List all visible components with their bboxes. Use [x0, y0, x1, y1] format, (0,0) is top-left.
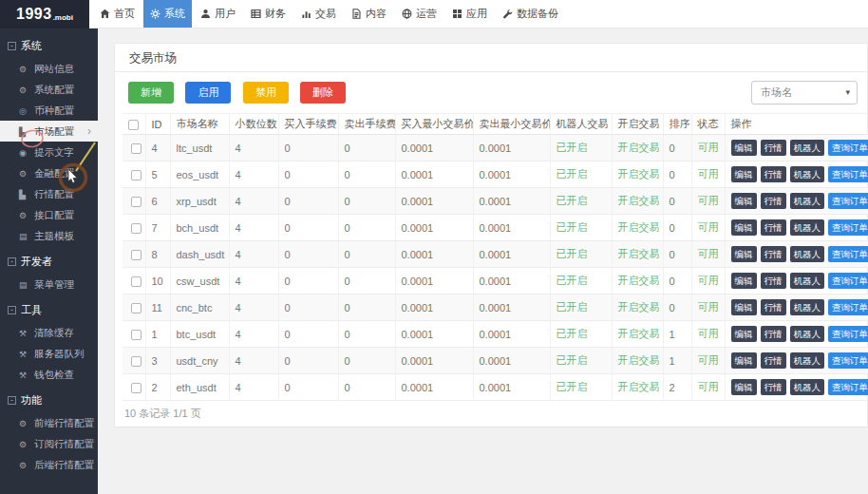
table-row: 8dash_usdt4000.00010.0001已开启开启交易0可用编辑行情机…: [123, 241, 868, 268]
query-order-button[interactable]: 查询订单: [828, 140, 868, 156]
sidebar-section-system[interactable]: - 系统: [0, 34, 98, 58]
query-order-button[interactable]: 查询订单: [828, 166, 868, 182]
market-quote-button[interactable]: 行情: [761, 246, 786, 262]
sidebar-section-developer[interactable]: - 开发者: [0, 250, 98, 274]
edit-button[interactable]: 编辑: [731, 379, 757, 395]
sidebar-item-site-info[interactable]: ⚙网站信息: [0, 58, 98, 79]
robot-button[interactable]: 机器人: [790, 246, 825, 262]
row-checkbox[interactable]: [131, 250, 142, 260]
item-label: 服务器队列: [34, 348, 85, 359]
sidebar-item-prompt-text[interactable]: ◉提示文字: [0, 142, 98, 162]
query-order-button[interactable]: 查询订单: [828, 379, 868, 395]
edit-button[interactable]: 编辑: [731, 273, 757, 289]
robot-button[interactable]: 机器人: [790, 140, 825, 156]
chart-icon: ▙: [19, 122, 30, 142]
table-cell: 0.0001: [473, 215, 550, 241]
market-quote-button[interactable]: 行情: [761, 273, 786, 289]
query-order-button[interactable]: 查询订单: [828, 246, 868, 262]
sidebar-item-api-config[interactable]: ⚙接口配置: [0, 204, 98, 225]
info-icon: ◉: [19, 142, 30, 163]
nav-backup[interactable]: 数据备份: [496, 0, 565, 28]
sidebar-item-quote-config[interactable]: ▙行情配置: [0, 183, 98, 204]
sidebar-item-clear-cache[interactable]: ⚒清除缓存: [0, 322, 98, 343]
sidebar-item-subscribe-quote-config[interactable]: ⚙订阅行情配置: [0, 433, 98, 454]
robot-button[interactable]: 机器人: [790, 379, 825, 395]
nav-system[interactable]: 系统: [143, 0, 192, 28]
market-quote-button[interactable]: 行情: [761, 219, 786, 236]
sidebar-section-tools[interactable]: - 工具: [0, 298, 98, 322]
sidebar-item-wallet-check[interactable]: ⚒钱包检查: [0, 364, 98, 385]
edit-button[interactable]: 编辑: [731, 246, 757, 262]
row-checkbox[interactable]: [131, 276, 142, 287]
edit-button[interactable]: 编辑: [731, 352, 757, 369]
sidebar-item-server-queue[interactable]: ⚒服务器队列: [0, 343, 98, 364]
robot-button[interactable]: 机器人: [790, 166, 825, 182]
row-checkbox[interactable]: [131, 383, 142, 393]
market-quote-button[interactable]: 行情: [761, 140, 786, 156]
market-quote-button[interactable]: 行情: [761, 326, 786, 342]
app-logo[interactable]: 1993 .mobi: [0, 0, 89, 28]
robot-button[interactable]: 机器人: [790, 299, 825, 315]
add-button[interactable]: 新增: [128, 82, 174, 104]
nav-apps[interactable]: 应用: [445, 0, 494, 28]
table-cell: bch_usdt: [170, 215, 229, 241]
nav-operations[interactable]: 运营: [395, 0, 443, 28]
market-quote-button[interactable]: 行情: [761, 299, 786, 315]
enable-button[interactable]: 启用: [185, 82, 231, 104]
row-checkbox[interactable]: [131, 303, 142, 314]
table-cell: 0: [278, 241, 338, 268]
query-order-button[interactable]: 查询订单: [828, 299, 868, 315]
row-checkbox[interactable]: [131, 223, 142, 234]
nav-trade[interactable]: 交易: [294, 0, 343, 28]
edit-button[interactable]: 编辑: [731, 166, 757, 182]
query-order-button[interactable]: 查询订单: [828, 273, 868, 289]
query-order-button[interactable]: 查询订单: [828, 326, 868, 342]
sidebar-item-finance-config[interactable]: ⚙金融配置: [0, 162, 98, 183]
robot-button[interactable]: 机器人: [790, 326, 825, 342]
row-checkbox[interactable]: [131, 330, 142, 340]
edit-button[interactable]: 编辑: [731, 326, 757, 342]
edit-button[interactable]: 编辑: [731, 140, 757, 156]
edit-button[interactable]: 编辑: [731, 299, 757, 315]
robot-button[interactable]: 机器人: [790, 219, 825, 236]
nav-finance[interactable]: 财务: [244, 0, 292, 28]
table-cell: 已开启: [550, 294, 612, 321]
market-quote-button[interactable]: 行情: [761, 352, 786, 369]
edit-button[interactable]: 编辑: [731, 219, 757, 236]
row-checkbox[interactable]: [131, 197, 142, 207]
edit-button[interactable]: 编辑: [731, 193, 757, 209]
sidebar-item-coin-config[interactable]: ◎币种配置: [0, 100, 98, 121]
nav-home[interactable]: 首页: [93, 0, 142, 28]
table-cell: 0.0001: [473, 321, 550, 348]
nav-content[interactable]: 内容: [345, 0, 393, 28]
chevron-right-icon: ›: [87, 121, 91, 142]
disable-button[interactable]: 禁用: [243, 82, 289, 104]
market-quote-button[interactable]: 行情: [761, 379, 786, 395]
market-quote-button[interactable]: 行情: [761, 166, 786, 182]
sidebar-item-menu-management[interactable]: ▤菜单管理: [0, 274, 98, 294]
row-checkbox[interactable]: [131, 143, 142, 154]
sidebar-item-backend-quote-config[interactable]: ⚙后端行情配置: [0, 454, 98, 475]
query-order-button[interactable]: 查询订单: [828, 352, 868, 369]
market-quote-button[interactable]: 行情: [761, 193, 786, 209]
sidebar-item-system-config[interactable]: ⚙系统配置: [0, 79, 98, 100]
sidebar-item-market-config[interactable]: ▙市场配置›: [0, 121, 98, 142]
robot-button[interactable]: 机器人: [790, 352, 825, 369]
table-row: 10csw_usdt4000.00010.0001已开启开启交易0可用编辑行情机…: [123, 268, 868, 294]
delete-button[interactable]: 删除: [300, 82, 346, 104]
sidebar-item-frontend-quote-config[interactable]: ⚙前端行情配置: [0, 412, 98, 433]
row-checkbox[interactable]: [131, 170, 142, 180]
select-value: 市场名: [761, 86, 792, 98]
query-order-button[interactable]: 查询订单: [828, 193, 868, 209]
robot-button[interactable]: 机器人: [790, 273, 825, 289]
table-cell: 0: [663, 188, 691, 215]
sidebar-item-theme-template[interactable]: ▤主题模板: [0, 225, 98, 246]
query-order-button[interactable]: 查询订单: [828, 219, 868, 236]
row-checkbox[interactable]: [131, 356, 142, 367]
table-cell: 已开启: [550, 162, 612, 188]
sidebar-section-functions[interactable]: - 功能: [0, 389, 98, 412]
nav-users[interactable]: 用户: [194, 0, 242, 28]
robot-button[interactable]: 机器人: [790, 193, 825, 209]
market-name-select[interactable]: 市场名 ▾: [751, 81, 858, 104]
select-all-checkbox[interactable]: [128, 120, 139, 130]
